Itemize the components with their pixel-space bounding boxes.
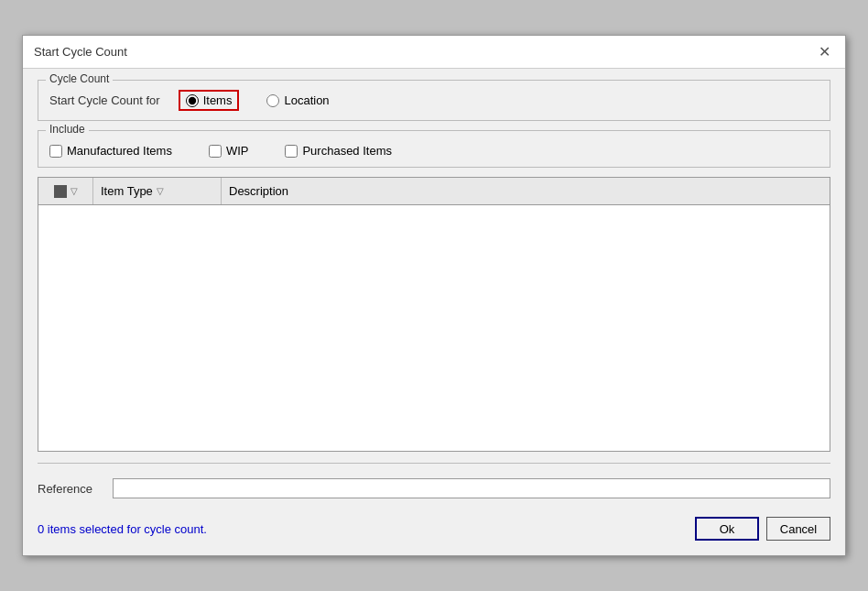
checkbox-filter-icon: ▽ <box>71 186 78 196</box>
items-radio[interactable] <box>186 94 199 107</box>
include-row: Manufactured Items WIP Purchased Items <box>49 137 819 158</box>
cancel-button[interactable]: Cancel <box>766 517 830 541</box>
items-radio-option[interactable]: Items <box>186 93 233 107</box>
purchased-items-checkbox-option[interactable]: Purchased Items <box>285 144 392 158</box>
reference-row: Reference <box>38 475 830 502</box>
wip-checkbox[interactable] <box>209 145 222 158</box>
purchased-items-checkbox[interactable] <box>285 145 298 158</box>
wip-checkbox-option[interactable]: WIP <box>209 144 249 158</box>
reference-label: Reference <box>38 482 102 496</box>
th-checkbox-col: ▽ <box>38 178 93 204</box>
dialog-title: Start Cycle Count <box>34 45 127 59</box>
dialog-body: Cycle Count Start Cycle Count for Items … <box>23 69 845 555</box>
cycle-count-group: Cycle Count Start Cycle Count for Items … <box>38 80 830 121</box>
footer-row: 0 items selected for cycle count. Ok Can… <box>38 511 830 544</box>
include-group: Include Manufactured Items WIP Purchased… <box>38 130 830 168</box>
cycle-count-group-label: Cycle Count <box>46 72 113 85</box>
location-radio-option[interactable]: Location <box>266 93 329 107</box>
location-radio[interactable] <box>266 94 279 107</box>
location-radio-label: Location <box>284 93 329 107</box>
include-group-label: Include <box>46 123 89 136</box>
item-type-filter-icon: ▽ <box>157 186 164 196</box>
ok-button[interactable]: Ok <box>695 517 759 541</box>
table-header: ▽ Item Type ▽ Description <box>38 178 830 205</box>
start-cycle-count-for-label: Start Cycle Count for <box>49 93 160 107</box>
title-bar: Start Cycle Count ✕ <box>23 36 845 69</box>
start-cycle-count-dialog: Start Cycle Count ✕ Cycle Count Start Cy… <box>22 35 846 556</box>
cycle-count-row: Start Cycle Count for Items Location <box>49 86 819 111</box>
items-radio-label: Items <box>203 93 233 107</box>
manufactured-items-label: Manufactured Items <box>67 144 172 158</box>
th-item-type: Item Type ▽ <box>93 178 222 204</box>
description-header-label: Description <box>229 184 288 198</box>
th-description: Description <box>222 178 830 204</box>
status-text: 0 items selected for cycle count. <box>38 522 207 536</box>
divider <box>38 463 830 464</box>
items-radio-wrapper: Items <box>179 90 240 111</box>
item-type-header-label: Item Type <box>101 184 153 198</box>
reference-input[interactable] <box>113 478 830 498</box>
items-table: ▽ Item Type ▽ Description <box>38 177 830 452</box>
purchased-items-label: Purchased Items <box>302 144 392 158</box>
wip-label: WIP <box>226 144 249 158</box>
cycle-count-radio-group: Items Location <box>179 90 330 111</box>
select-all-icon <box>54 185 67 198</box>
button-group: Ok Cancel <box>695 517 830 541</box>
manufactured-items-checkbox-option[interactable]: Manufactured Items <box>49 144 172 158</box>
close-button[interactable]: ✕ <box>815 43 834 61</box>
manufactured-items-checkbox[interactable] <box>49 145 62 158</box>
table-body <box>38 205 830 451</box>
